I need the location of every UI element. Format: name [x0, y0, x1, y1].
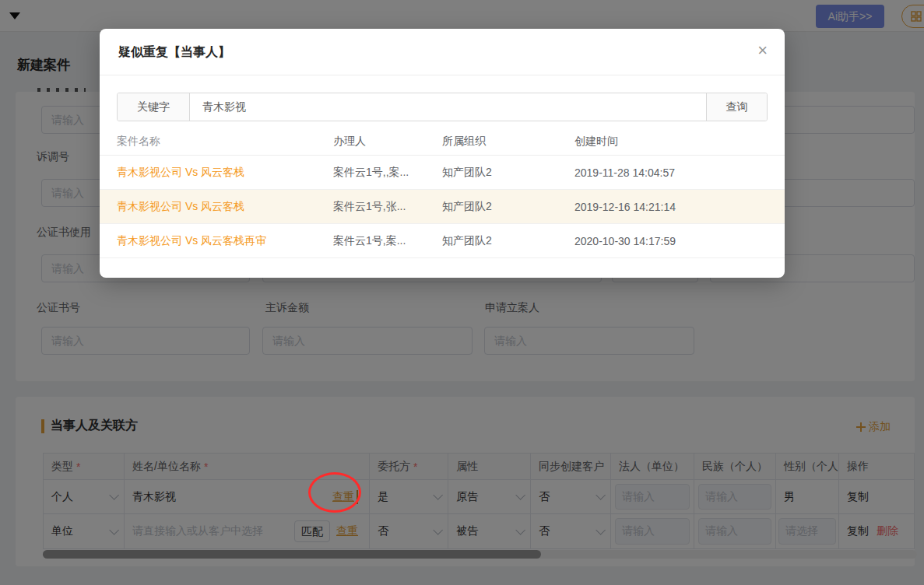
col-header-case-name: 案件名称 [117, 135, 333, 149]
case-organization: 知产团队2 [442, 234, 574, 248]
keyword-input[interactable] [190, 93, 706, 121]
col-header-handler: 办理人 [333, 135, 442, 149]
case-created-time: 2019-12-16 14:21:14 [574, 201, 766, 213]
screen: Ai助手>> 新建案件 诉调号 公证书使用 公证书号 主诉金额 申请立案人 [0, 0, 924, 585]
case-handler: 案件云1号,张... [333, 200, 442, 214]
case-handler: 案件云1号,,案... [333, 166, 442, 180]
duplicate-party-modal: 疑似重复【当事人】 × 关键字 查询 案件名称 办理人 所属组织 创建时间 青木… [100, 29, 785, 278]
case-handler: 案件云1号,案... [333, 234, 442, 248]
modal-title: 疑似重复【当事人】 [118, 44, 230, 61]
modal-divider [100, 75, 785, 75]
keyword-label: 关键字 [118, 93, 190, 121]
case-name-link[interactable]: 青木影视公司 Vs 风云客栈 [117, 200, 244, 212]
case-organization: 知产团队2 [442, 200, 574, 214]
col-header-organization: 所属组织 [442, 135, 574, 149]
search-button[interactable]: 查询 [706, 93, 767, 121]
case-created-time: 2019-11-28 14:04:57 [574, 166, 766, 179]
col-header-created-time: 创建时间 [574, 135, 766, 149]
case-row: 青木影视公司 Vs 风云客栈再审 案件云1号,案... 知产团队2 2020-1… [100, 224, 785, 258]
modal-table-header-row: 案件名称 办理人 所属组织 创建时间 [100, 128, 785, 156]
duplicate-case-table: 案件名称 办理人 所属组织 创建时间 青木影视公司 Vs 风云客栈 案件云1号,… [100, 128, 785, 258]
keyword-search-group: 关键字 查询 [117, 93, 768, 121]
case-name-link[interactable]: 青木影视公司 Vs 风云客栈再审 [117, 234, 266, 247]
case-organization: 知产团队2 [442, 166, 574, 180]
case-created-time: 2020-10-30 14:17:59 [574, 235, 766, 247]
case-row: 青木影视公司 Vs 风云客栈 案件云1号,,案... 知产团队2 2019-11… [100, 156, 785, 190]
case-name-link[interactable]: 青木影视公司 Vs 风云客栈 [117, 166, 244, 178]
close-icon[interactable]: × [757, 42, 768, 59]
case-row-highlighted: 青木影视公司 Vs 风云客栈 案件云1号,张... 知产团队2 2019-12-… [100, 190, 785, 224]
